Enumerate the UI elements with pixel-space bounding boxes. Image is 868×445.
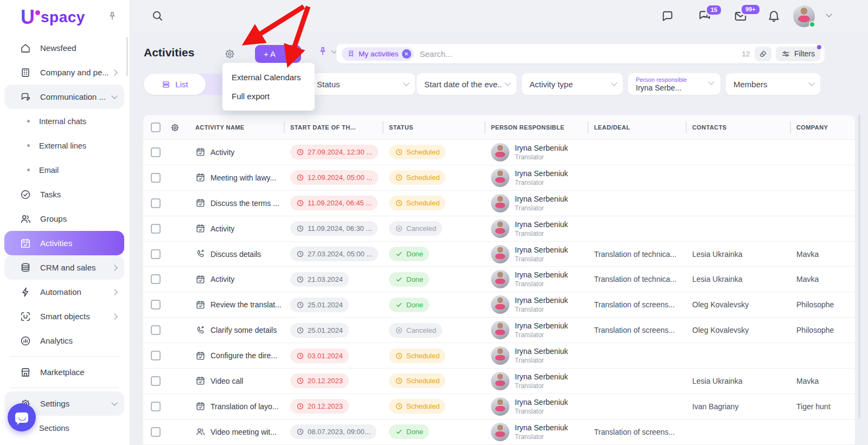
column-header-activity-name[interactable]: ACTIVITY NAME [189,115,284,140]
person-name[interactable]: Iryna Serbeniuk [515,220,568,229]
sidebar-item-groups[interactable]: Groups [4,207,124,231]
filter-start-date[interactable]: Start date of the eve... [417,73,516,95]
sidebar-item-smart-objects[interactable]: Smart objects [4,304,124,328]
row-checkbox[interactable] [151,325,161,335]
table-row[interactable]: Video meeting wit... 08.07.2023, 09:00..… [143,420,855,445]
sidebar-item-company-and-people[interactable]: Company and pe... [4,60,124,85]
person-name[interactable]: Iryna Serbeniuk [515,195,568,203]
table-row[interactable]: Discuss details 27.03.2024, 05:00 ... Do… [143,242,855,267]
chip-close-icon[interactable]: ✕ [402,49,411,59]
row-checkbox[interactable] [151,198,161,208]
lead-deal-link[interactable]: Translation of screens... [594,300,675,309]
vertical-scrollbar[interactable] [858,115,860,418]
column-header-start-date[interactable]: START DATE OF TH... [284,115,382,140]
person-name[interactable]: Iryna Serbeniuk [515,423,568,432]
filter-activity-type[interactable]: Activity type [522,73,623,95]
sidebar-subitem-email[interactable]: Email [4,158,124,182]
select-all-checkbox[interactable] [151,122,161,132]
column-header-lead-deal[interactable]: LEAD/DEAL [588,115,686,140]
columns-gear-icon[interactable] [170,122,180,133]
table-row[interactable]: Activity 27.09.2024, 12:30 ... Scheduled… [143,140,855,165]
row-checkbox[interactable] [151,147,161,157]
sidebar-item-newsfeed[interactable]: Newsfeed [4,36,124,60]
activity-name[interactable]: Clarify some details [210,326,277,334]
lead-deal-link[interactable]: Translation of screens... [594,326,675,334]
user-avatar[interactable] [793,5,815,27]
table-row[interactable]: Activity 11.09.2024, 06:30 ... Canceled … [143,216,855,242]
filter-person-responsible[interactable]: Person responsible Iryna Serbe... [628,73,720,95]
company-link[interactable]: Mavka [796,250,819,259]
menu-item-external-calendars[interactable]: External Calendars [222,68,315,87]
sidebar-item-communication[interactable]: Communication ... [4,85,124,109]
filters-button[interactable]: Filters [776,47,820,61]
search-bar[interactable]: My activities ✕ 12 Filters [336,44,825,63]
person-name[interactable]: Iryna Serbeniuk [515,246,568,254]
contact-link[interactable]: Lesia Ukrainka [692,275,743,283]
column-header-person-responsible[interactable]: PERSON RESPONSIBLE [484,115,588,140]
lead-deal-link[interactable]: Translation of technica... [594,275,676,283]
pinned-filter-button[interactable] [317,46,336,57]
sidebar-item-crm-and-sales[interactable]: CRM and sales [4,255,124,280]
contact-link[interactable]: Ivan Bagriany [692,402,739,411]
lead-deal-link[interactable]: Translation of technica... [594,250,676,259]
activity-name[interactable]: Review the translat... [210,300,282,309]
filter-members[interactable]: Members [726,73,820,95]
activity-name[interactable]: Activity [210,275,234,283]
person-name[interactable]: Iryna Serbeniuk [515,296,568,305]
notifications-bell-icon[interactable] [767,9,781,25]
activity-name[interactable]: Meeting with lawy... [210,173,276,182]
person-name[interactable]: Iryna Serbeniuk [515,270,568,279]
person-name[interactable]: Iryna Serbeniuk [515,398,568,407]
sidebar-item-automation[interactable]: Automation [4,280,124,304]
activity-name[interactable]: Video call [210,377,243,385]
tab-list-view[interactable]: List [144,74,206,95]
add-activity-button[interactable]: + A [255,45,301,63]
chats-icon[interactable]: 15 [698,9,712,25]
table-row[interactable]: Clarify some details 25.01.2024 Canceled… [143,318,855,343]
activity-name[interactable]: Configure the dire... [210,351,277,360]
activity-name[interactable]: Activity [210,224,234,233]
company-link[interactable]: Mavka [796,275,819,283]
row-checkbox[interactable] [151,274,161,284]
global-search-icon[interactable] [151,9,164,24]
row-checkbox[interactable] [151,224,161,234]
person-name[interactable]: Iryna Serbeniuk [515,347,568,356]
search-input[interactable] [419,49,737,59]
lead-deal-link[interactable]: Translation of screens... [594,428,675,436]
activity-name[interactable]: Translation of layo... [210,402,279,411]
account-chevron-icon[interactable] [826,11,832,17]
table-row[interactable]: Meeting with lawy... 12.09.2024, 05:00 .… [143,165,855,191]
company-link[interactable]: Tiger hunt [796,402,831,411]
contact-link[interactable]: Oleg Kovalevsky [692,326,749,334]
table-row[interactable]: Configure the dire... 03.01.2024 Schedul… [143,343,855,369]
support-chat-widget[interactable] [8,403,36,431]
row-checkbox[interactable] [151,300,161,309]
table-row[interactable]: Review the translat... 25.01.2024 Done I… [143,292,855,318]
row-checkbox[interactable] [151,402,161,411]
company-link[interactable]: Philosophe [796,300,834,309]
table-row[interactable]: Video call 20.12.2023 Scheduled Iryna Se… [143,369,855,394]
table-row[interactable]: Discuss the terms ... 11.09.2024, 06:45 … [143,191,855,216]
row-checkbox[interactable] [151,376,161,386]
person-name[interactable]: Iryna Serbeniuk [515,321,568,330]
comments-icon[interactable] [661,9,674,25]
column-header-status[interactable]: STATUS [382,115,484,140]
filter-status[interactable]: Status [309,73,415,95]
column-header-contacts[interactable]: CONTACTS [686,115,790,140]
row-checkbox[interactable] [151,351,161,360]
contact-link[interactable]: Lesia Ukrainka [692,250,743,259]
mail-icon[interactable]: 99+ [733,9,748,25]
person-name[interactable]: Iryna Serbeniuk [515,169,568,178]
row-checkbox[interactable] [151,427,161,437]
my-activities-chip[interactable]: My activities ✕ [342,47,414,61]
activity-name[interactable]: Discuss details [210,250,261,259]
activity-name[interactable]: Activity [210,148,234,157]
menu-item-full-export[interactable]: Full export [222,87,315,106]
sidebar-item-tasks[interactable]: Tasks [4,182,124,207]
sidebar-item-analytics[interactable]: Analytics [4,328,124,353]
contact-link[interactable]: Lesia Ukrainka [692,377,743,385]
row-checkbox[interactable] [151,173,161,183]
sidebar-item-activities[interactable]: Activities [4,231,124,255]
column-header-company[interactable]: COMPANY [790,115,855,140]
clear-search-button[interactable] [755,47,771,61]
